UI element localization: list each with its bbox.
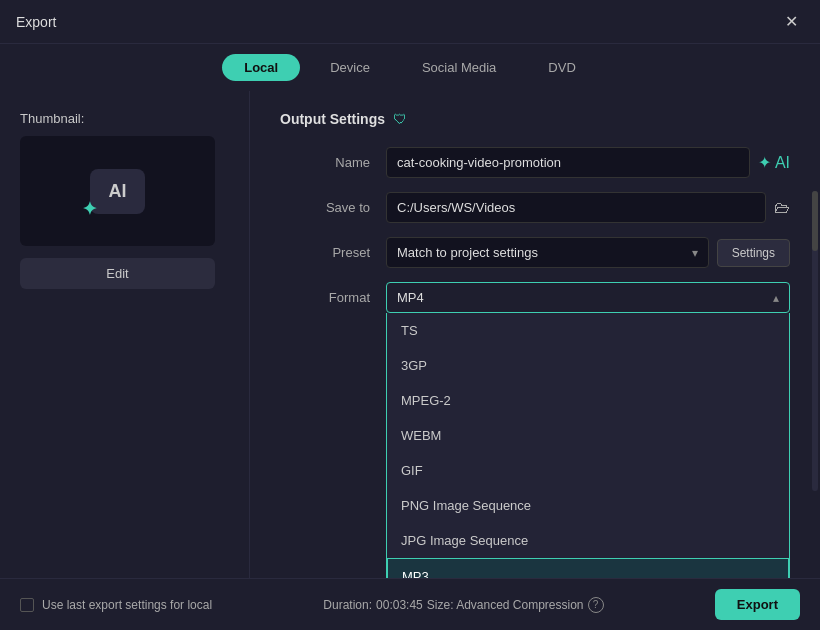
format-option-mpeg2[interactable]: MPEG-2 <box>387 383 789 418</box>
format-dropdown-menu: TS 3GP MPEG-2 WEBM GIF PNG Image Sequenc… <box>386 313 790 578</box>
tab-local[interactable]: Local <box>222 54 300 81</box>
duration-value: 00:03:45 <box>376 598 423 612</box>
format-option-gif[interactable]: GIF <box>387 453 789 488</box>
scrollbar[interactable] <box>812 191 818 491</box>
window-title: Export <box>16 14 56 30</box>
help-icon[interactable]: ? <box>588 597 604 613</box>
export-window: Export ✕ Local Device Social Media DVD T… <box>0 0 820 630</box>
format-option-mp3[interactable]: MP3 <box>387 558 789 578</box>
save-to-label: Save to <box>280 200 370 215</box>
bottom-bar: Use last export settings for local Durat… <box>0 578 820 630</box>
last-settings-checkbox[interactable] <box>20 598 34 612</box>
duration-info: Duration: 00:03:45 Size: Advanced Compre… <box>323 597 603 613</box>
name-input-wrap: cat-cooking-video-promotion ✦ AI <box>386 147 790 178</box>
thumbnail-preview: AI ✦ <box>20 136 215 246</box>
ai-badge-icon: AI ✦ <box>90 169 145 214</box>
format-option-ts[interactable]: TS <box>387 313 789 348</box>
sparkle-icon: ✦ <box>82 198 97 220</box>
settings-button[interactable]: Settings <box>717 239 790 267</box>
format-option-jpg-seq[interactable]: JPG Image Sequence <box>387 523 789 558</box>
format-option-3gp[interactable]: 3GP <box>387 348 789 383</box>
export-button[interactable]: Export <box>715 589 800 620</box>
format-select[interactable]: MP4 ▴ <box>386 282 790 313</box>
left-panel: Thumbnail: AI ✦ Edit <box>0 91 250 578</box>
save-to-input-wrap: C:/Users/WS/Videos 🗁 <box>386 192 790 223</box>
duration-label: Duration: <box>323 598 372 612</box>
format-label: Format <box>280 290 370 305</box>
preset-value: Match to project settings <box>397 245 538 260</box>
edit-thumbnail-button[interactable]: Edit <box>20 258 215 289</box>
output-settings-title: Output Settings <box>280 111 385 127</box>
size-label: Size: Advanced Compression <box>427 598 584 612</box>
format-dropdown-wrap: MP4 ▴ TS 3GP MPEG-2 WEBM GIF PNG Image S… <box>386 282 790 313</box>
format-chevron-icon: ▴ <box>773 291 779 305</box>
format-value: MP4 <box>397 290 424 305</box>
name-label: Name <box>280 155 370 170</box>
preset-row: Preset Match to project settings ▾ Setti… <box>280 237 790 268</box>
save-to-row: Save to C:/Users/WS/Videos 🗁 <box>280 192 790 223</box>
ai-edit-icon[interactable]: ✦ AI <box>758 153 790 172</box>
right-panel: Output Settings 🛡 Name cat-cooking-video… <box>250 91 820 578</box>
name-input[interactable]: cat-cooking-video-promotion <box>386 147 750 178</box>
tabs-bar: Local Device Social Media DVD <box>0 44 820 91</box>
thumbnail-icon: AI ✦ <box>83 161 153 221</box>
output-settings-info-icon: 🛡 <box>393 111 407 127</box>
close-button[interactable]: ✕ <box>779 10 804 33</box>
tab-dvd[interactable]: DVD <box>526 54 597 81</box>
scrollbar-thumb[interactable] <box>812 191 818 251</box>
format-option-png-seq[interactable]: PNG Image Sequence <box>387 488 789 523</box>
preset-select[interactable]: Match to project settings ▾ <box>386 237 709 268</box>
folder-icon[interactable]: 🗁 <box>774 199 790 217</box>
last-settings-row: Use last export settings for local <box>20 598 212 612</box>
main-content: Thumbnail: AI ✦ Edit Output Settings 🛡 <box>0 91 820 578</box>
save-to-input[interactable]: C:/Users/WS/Videos <box>386 192 766 223</box>
thumbnail-label: Thumbnail: <box>20 111 84 126</box>
tab-device[interactable]: Device <box>308 54 392 81</box>
name-row: Name cat-cooking-video-promotion ✦ AI <box>280 147 790 178</box>
tab-social-media[interactable]: Social Media <box>400 54 518 81</box>
titlebar: Export ✕ <box>0 0 820 44</box>
preset-chevron-icon: ▾ <box>692 246 698 260</box>
output-settings-header: Output Settings 🛡 <box>280 111 790 127</box>
last-settings-label: Use last export settings for local <box>42 598 212 612</box>
format-option-webm[interactable]: WEBM <box>387 418 789 453</box>
format-row: Format MP4 ▴ TS 3GP MPEG-2 WEBM GIF PNG … <box>280 282 790 313</box>
preset-label: Preset <box>280 245 370 260</box>
